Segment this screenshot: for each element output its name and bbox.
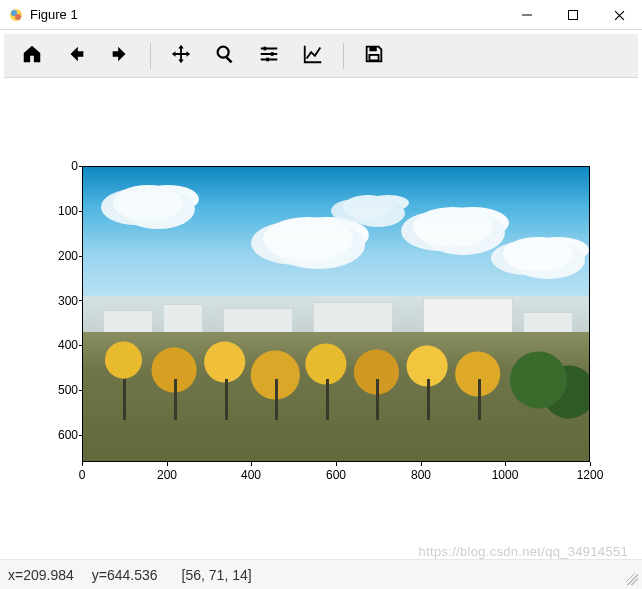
svg-rect-9 — [266, 58, 269, 62]
forward-button[interactable] — [100, 38, 140, 74]
svg-rect-4 — [569, 11, 578, 20]
svg-point-2 — [15, 14, 21, 20]
svg-rect-10 — [369, 47, 376, 52]
arrow-left-icon — [65, 43, 87, 68]
xtick-label: 200 — [147, 468, 187, 482]
home-icon — [21, 43, 43, 68]
chart-line-icon — [302, 43, 324, 68]
home-button[interactable] — [12, 38, 52, 74]
statusbar: x=209.984 y=644.536 [56, 71, 14] — [0, 559, 642, 589]
svg-rect-7 — [264, 47, 267, 51]
axes[interactable] — [82, 166, 590, 462]
edit-axes-button[interactable] — [293, 38, 333, 74]
window-controls — [504, 0, 642, 29]
ytick-label: 0 — [38, 159, 78, 173]
status-cursor-x: x=209.984 — [8, 567, 74, 583]
app-icon — [8, 7, 24, 23]
toolbar-separator — [150, 43, 151, 69]
watermark-text: https://blog.csdn.net/qq_34914551 — [419, 544, 628, 559]
svg-rect-11 — [369, 55, 378, 60]
ytick-label: 200 — [38, 249, 78, 263]
toolbar — [4, 34, 638, 78]
svg-point-5 — [218, 47, 229, 58]
sliders-icon — [258, 43, 280, 68]
move-icon — [170, 43, 192, 68]
back-button[interactable] — [56, 38, 96, 74]
window-title: Figure 1 — [30, 7, 504, 22]
titlebar: Figure 1 — [0, 0, 642, 30]
pan-button[interactable] — [161, 38, 201, 74]
resize-grip-icon[interactable] — [626, 573, 638, 585]
xtick-label: 0 — [62, 468, 102, 482]
arrow-right-icon — [109, 43, 131, 68]
xtick-label: 1000 — [485, 468, 525, 482]
maximize-button[interactable] — [550, 0, 596, 30]
ytick-label: 500 — [38, 383, 78, 397]
status-cursor-y: y=644.536 — [92, 567, 158, 583]
ytick-label: 100 — [38, 204, 78, 218]
save-icon — [363, 43, 385, 68]
close-button[interactable] — [596, 0, 642, 30]
xtick-label: 1200 — [570, 468, 610, 482]
svg-rect-6 — [225, 56, 232, 63]
save-button[interactable] — [354, 38, 394, 74]
xtick-label: 400 — [231, 468, 271, 482]
minimize-button[interactable] — [504, 0, 550, 30]
ytick-label: 400 — [38, 338, 78, 352]
configure-subplots-button[interactable] — [249, 38, 289, 74]
status-pixel-value: [56, 71, 14] — [182, 567, 252, 583]
xtick-label: 800 — [401, 468, 441, 482]
zoom-button[interactable] — [205, 38, 245, 74]
xtick-label: 600 — [316, 468, 356, 482]
toolbar-separator — [343, 43, 344, 69]
figure-canvas[interactable]: 0 100 200 300 400 500 600 0 200 400 600 … — [0, 80, 642, 550]
svg-rect-3 — [522, 15, 532, 16]
ytick-label: 600 — [38, 428, 78, 442]
svg-rect-8 — [271, 52, 274, 56]
ytick-label: 300 — [38, 294, 78, 308]
zoom-icon — [214, 43, 236, 68]
image-region-trees — [83, 320, 589, 420]
